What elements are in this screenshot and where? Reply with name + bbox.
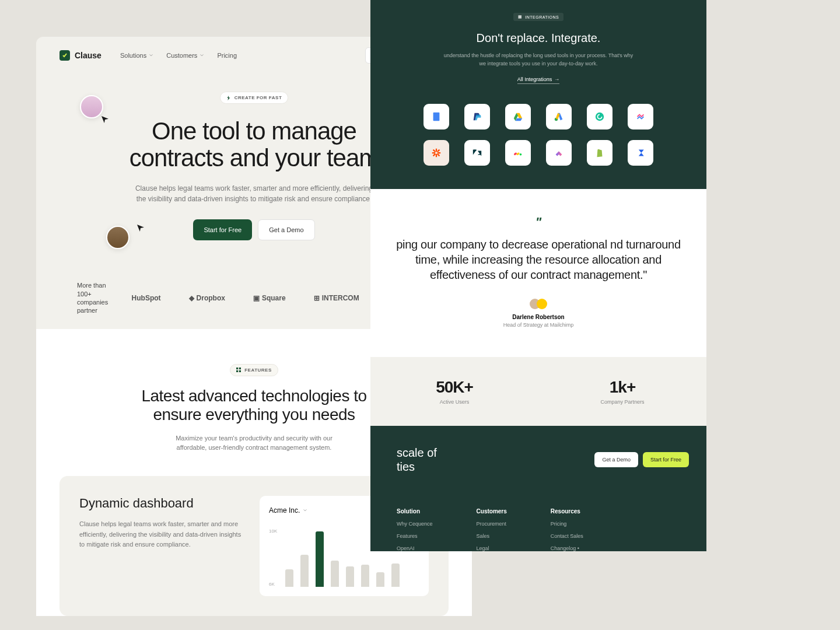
integration-zendesk[interactable] [464, 140, 490, 166]
chart-bar [346, 566, 354, 587]
integrations-badge: ▦ INTEGRATIONS [513, 13, 564, 21]
integration-ads[interactable] [546, 104, 572, 130]
hero-badge: CREATE FOR FAST [220, 92, 289, 104]
footer-link[interactable]: Pricing [551, 521, 583, 527]
footer-head: Customers [477, 508, 507, 514]
stat-number: 1k+ [538, 378, 706, 397]
lightning-icon [226, 96, 231, 100]
chart-bar [300, 555, 309, 587]
quote-icon: " [388, 215, 689, 230]
partner-dropbox: ◆ Dropbox [189, 294, 225, 302]
chevron-down-icon [303, 508, 307, 513]
footer: Solution Why Cequence Features OpenAI Cu… [370, 494, 706, 551]
nav-solutions[interactable]: Solutions [120, 52, 153, 59]
integration-tile[interactable] [628, 104, 653, 130]
footer-link[interactable]: OpenAI [397, 545, 433, 551]
footer-link[interactable]: Changelog • [551, 545, 583, 551]
all-integrations-link[interactable]: All Integrations → [517, 76, 560, 84]
chart-bar [316, 531, 324, 587]
chevron-down-icon [200, 53, 204, 58]
integration-zapier[interactable] [424, 140, 449, 166]
svg-rect-1 [239, 368, 241, 369]
svg-rect-0 [236, 368, 238, 369]
footer-head: Resources [551, 508, 583, 514]
dashboard-text: Clause helps legal teams work faster, sm… [79, 519, 242, 550]
author-name: Darlene Robertson [388, 314, 689, 320]
nav-customers[interactable]: Customers [166, 52, 204, 59]
avatar [80, 95, 103, 118]
avatar [106, 226, 130, 249]
chart-bar [391, 564, 400, 587]
svg-rect-4 [433, 113, 440, 121]
footer-link[interactable]: Why Cequence [397, 521, 433, 527]
features-badge: FEATURES [230, 364, 278, 376]
integration-drive[interactable] [505, 104, 531, 130]
svg-rect-3 [239, 370, 241, 372]
integration-paypal[interactable] [464, 104, 490, 130]
start-free-button[interactable]: Start for Free [643, 452, 689, 467]
cursor-icon [137, 223, 144, 230]
footer-link[interactable]: Sales [477, 533, 507, 539]
partner-intercom: ⊞ INTERCOM [314, 294, 359, 302]
stat-number: 50K+ [370, 378, 538, 397]
partner-square: ▣ Square [253, 294, 286, 302]
integrations-section: ▦ INTEGRATIONS Don't replace. Integrate.… [370, 0, 706, 189]
author-title: Head of Strategy at Mailchimp [388, 322, 689, 328]
chart-bar [331, 561, 339, 587]
svg-point-8 [516, 152, 520, 156]
footer-link[interactable]: Contact Sales [551, 533, 583, 539]
integration-clickup[interactable] [546, 140, 572, 166]
footer-head: Solution [397, 508, 433, 514]
cta-text: scale ofties [397, 446, 437, 474]
chart-bar [361, 565, 369, 587]
footer-link[interactable]: Features [397, 533, 433, 539]
footer-link[interactable]: Legal [477, 545, 507, 551]
svg-point-9 [520, 153, 522, 156]
integration-tile[interactable] [628, 140, 653, 166]
features-sub: Maximize your team's productivity and se… [161, 433, 348, 453]
integration-grammarly[interactable] [587, 104, 612, 130]
company-selector[interactable]: Acme Inc. [269, 506, 307, 514]
integration-monday[interactable] [505, 140, 531, 166]
integrations-title: Don't replace. Integrate. [388, 32, 689, 45]
chart-bar [376, 572, 384, 587]
stat-label: Company Partners [538, 399, 706, 405]
integration-tile[interactable] [424, 104, 449, 130]
stats: 50K+ Active Users 1k+ Company Partners [370, 357, 706, 426]
brand-name: Clause [75, 51, 102, 60]
stat-label: Active Users [370, 399, 538, 405]
cursor-icon [102, 115, 108, 122]
grid-icon [236, 368, 241, 372]
testimonial: " ping our company to decrease operation… [370, 189, 706, 357]
svg-rect-2 [236, 370, 238, 372]
hero-subhead: Clause helps legal teams work faster, sm… [132, 183, 377, 204]
partner-hubspot: HubSpot [132, 294, 161, 302]
chart-bar [285, 569, 293, 587]
integrations-text: understand the hustle of replacing the l… [442, 52, 635, 68]
author-avatars [388, 299, 689, 309]
svg-point-6 [596, 113, 604, 121]
cta-banner: scale ofties Get a Demo Start for Free [370, 426, 706, 494]
get-demo-button[interactable]: Get a Demo [594, 452, 638, 467]
logo-icon [60, 50, 70, 61]
nav-pricing[interactable]: Pricing [217, 52, 237, 59]
footer-link[interactable]: Procurement [477, 521, 507, 527]
partners-text: More than 100+ companies partner [77, 281, 108, 314]
quote-text: ping our company to decrease operational… [388, 237, 689, 282]
chevron-down-icon [149, 53, 153, 58]
start-free-button[interactable]: Start for Free [193, 219, 252, 240]
get-demo-button[interactable]: Get a Demo [258, 219, 314, 240]
logo[interactable]: Clause [60, 50, 102, 61]
integration-shopify[interactable] [587, 140, 612, 166]
dashboard-title: Dynamic dashboard [79, 496, 242, 511]
